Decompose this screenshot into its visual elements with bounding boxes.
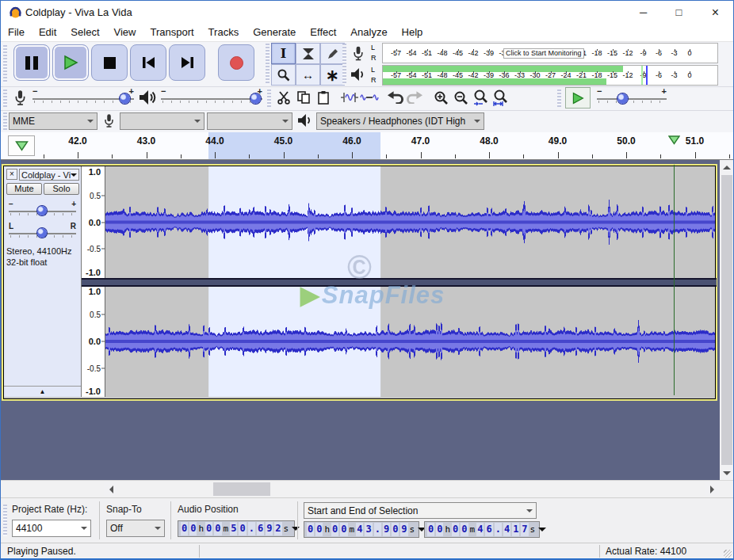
time-digit[interactable]: s xyxy=(530,524,536,535)
time-digit[interactable]: 0 xyxy=(239,522,246,535)
selection-end-field[interactable]: 00h00m46.417s xyxy=(424,521,540,538)
collapse-track-button[interactable]: ▲ xyxy=(4,386,81,397)
cut-button[interactable] xyxy=(273,87,293,108)
time-digit[interactable]: . xyxy=(248,522,255,535)
playback-meter[interactable]: L R -57-54-51-48-45-42-39-36-33-30-27-24… xyxy=(347,65,718,86)
time-digit[interactable]: 0 xyxy=(461,523,468,536)
track-name-menu[interactable]: Coldplay - Vi xyxy=(19,169,79,181)
skip-to-end-button[interactable] xyxy=(169,44,205,81)
horizontal-scroll-thumb[interactable] xyxy=(213,482,270,496)
scroll-down-button[interactable] xyxy=(720,467,734,480)
menu-tracks[interactable]: Tracks xyxy=(201,24,247,41)
silence-audio-button[interactable] xyxy=(359,87,379,108)
time-digit[interactable]: 1 xyxy=(512,523,519,536)
playback-volume-thumb[interactable] xyxy=(250,93,261,104)
solo-button[interactable]: Solo xyxy=(44,183,79,195)
menu-help[interactable]: Help xyxy=(395,24,430,41)
horizontal-scrollbar[interactable] xyxy=(1,480,734,497)
monitoring-overlay[interactable]: Click to Start Monitoring xyxy=(503,48,584,59)
close-button[interactable]: × xyxy=(697,1,734,24)
transport-grip[interactable] xyxy=(3,45,7,83)
trim-audio-button[interactable] xyxy=(339,87,359,108)
time-digit[interactable]: 0 xyxy=(331,523,338,536)
field-dropdown-icon[interactable] xyxy=(538,528,546,535)
time-shift-tool-button[interactable]: ↔ xyxy=(296,64,320,86)
record-volume-slider[interactable]: − + xyxy=(32,88,134,107)
time-digit[interactable]: 9 xyxy=(266,522,273,535)
time-digit[interactable]: 5 xyxy=(230,522,237,535)
time-digit[interactable]: 0 xyxy=(340,523,347,536)
time-digit[interactable]: s xyxy=(284,524,289,534)
scroll-up-button[interactable] xyxy=(720,160,734,173)
zoom-out-button[interactable] xyxy=(451,87,471,108)
time-digit[interactable]: 6 xyxy=(257,522,264,535)
time-digit[interactable]: 0 xyxy=(205,522,212,535)
play-meter-bars[interactable]: -57-54-51-48-45-42-39-36-33-30-27-24-21-… xyxy=(382,65,718,86)
maximize-button[interactable]: □ xyxy=(661,1,697,24)
time-digit[interactable]: h xyxy=(198,524,204,534)
copy-button[interactable] xyxy=(293,87,313,108)
time-digit[interactable]: h xyxy=(324,524,330,535)
time-digit[interactable]: 3 xyxy=(365,523,372,536)
vertical-scale-right[interactable]: 1.00.50.0-0.5-1.0 xyxy=(82,286,105,397)
input-device-dropdown[interactable] xyxy=(120,112,205,130)
play-button[interactable] xyxy=(52,44,89,81)
time-digit[interactable]: 0 xyxy=(315,523,323,536)
pan-slider[interactable]: L R xyxy=(9,223,76,241)
snap-to-dropdown[interactable]: Off xyxy=(106,520,165,537)
input-channels-dropdown[interactable] xyxy=(207,112,292,130)
undo-button[interactable] xyxy=(385,87,405,108)
menu-view[interactable]: View xyxy=(107,24,143,41)
vertical-scrollbar[interactable] xyxy=(720,160,734,480)
minimize-button[interactable]: ─ xyxy=(625,1,661,24)
scroll-right-button[interactable] xyxy=(705,482,719,496)
draw-tool-button[interactable] xyxy=(320,43,345,64)
time-digit[interactable]: 0 xyxy=(392,523,399,536)
scroll-left-button[interactable] xyxy=(104,482,117,496)
time-digit[interactable]: 9 xyxy=(400,523,407,536)
time-digit[interactable]: m xyxy=(470,524,476,535)
menu-generate[interactable]: Generate xyxy=(246,24,303,41)
audio-host-dropdown[interactable]: MME xyxy=(9,112,97,130)
menu-file[interactable]: File xyxy=(1,24,32,41)
vertical-scale-left[interactable]: 1.00.50.0-0.5-1.0 xyxy=(82,166,105,278)
mixer-grip[interactable] xyxy=(3,90,7,107)
playback-volume-slider[interactable]: − + xyxy=(161,88,262,107)
selection-start-field[interactable]: 00h00m43.909s xyxy=(304,521,419,538)
gain-thumb[interactable] xyxy=(37,206,47,215)
time-digit[interactable]: 0 xyxy=(181,522,188,535)
time-digit[interactable]: m xyxy=(350,524,355,535)
output-device-dropdown[interactable]: Speakers / Headphones (IDT High xyxy=(316,112,484,130)
time-digit[interactable]: 4 xyxy=(476,523,484,536)
device-grip[interactable] xyxy=(3,112,7,130)
field-dropdown-icon[interactable] xyxy=(292,527,300,535)
zoom-tool-button[interactable] xyxy=(271,64,296,86)
mute-button[interactable]: Mute xyxy=(6,183,42,195)
record-button[interactable] xyxy=(218,44,254,81)
paste-button[interactable] xyxy=(313,87,333,108)
recording-meter[interactable]: L R -57-54-51-48-45-42-39-36-33-30-27-24… xyxy=(347,43,718,64)
time-digit[interactable]: 4 xyxy=(356,523,363,536)
time-digit[interactable]: 0 xyxy=(214,522,221,535)
tools-grip[interactable] xyxy=(266,44,270,85)
menu-edit[interactable]: Edit xyxy=(32,24,63,41)
edit-grip[interactable] xyxy=(267,90,271,107)
selection-mode-dropdown[interactable]: Start and End of Selection xyxy=(304,502,537,519)
time-digit[interactable]: 0 xyxy=(436,523,443,536)
speed-grip[interactable] xyxy=(557,90,561,107)
time-digit[interactable]: 0 xyxy=(189,522,197,535)
project-rate-dropdown[interactable]: 44100 xyxy=(12,520,91,537)
time-digit[interactable]: 4 xyxy=(503,523,510,536)
speed-thumb[interactable] xyxy=(617,93,628,104)
time-digit[interactable]: h xyxy=(445,524,450,535)
time-digit[interactable]: m xyxy=(224,524,229,534)
playback-speed-slider[interactable]: − + xyxy=(597,88,667,107)
pause-button[interactable] xyxy=(13,44,50,81)
time-digit[interactable]: 9 xyxy=(383,523,390,536)
selbar-grip[interactable] xyxy=(3,505,7,536)
time-digit[interactable]: 0 xyxy=(427,523,434,536)
track-close-button[interactable]: × xyxy=(6,169,17,180)
zoom-in-button[interactable] xyxy=(431,87,451,108)
time-digit[interactable]: 2 xyxy=(274,522,281,535)
selection-tool-button[interactable]: I xyxy=(271,43,296,64)
